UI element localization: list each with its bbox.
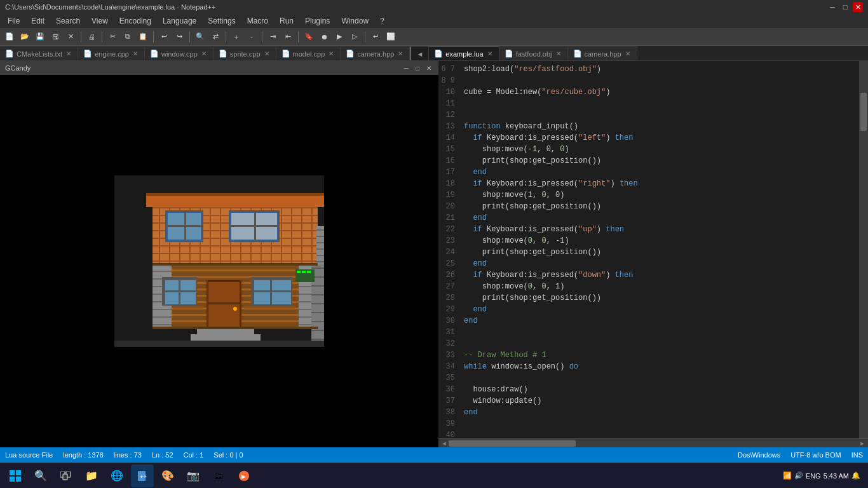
menu-help[interactable]: ? xyxy=(375,15,390,27)
lines-label: lines : 73 xyxy=(114,451,142,459)
save-all-button[interactable]: 🖫 xyxy=(48,30,62,44)
indent-button[interactable]: ⇥ xyxy=(266,30,280,44)
tab-model-cpp[interactable]: 📄 model.cpp ✕ xyxy=(276,46,341,60)
tab-label-engine: engine.cpp xyxy=(95,50,129,58)
zoom-in-button[interactable]: + xyxy=(229,30,243,44)
tab-label-camera: camera.hpp xyxy=(357,50,394,58)
maximize-button[interactable]: □ xyxy=(840,2,850,12)
tab-camera-hpp[interactable]: 📄 camera.hpp ✕ xyxy=(341,46,410,60)
tab-close-engine[interactable]: ✕ xyxy=(132,50,139,58)
volume-icon[interactable]: 🔊 xyxy=(794,471,803,480)
network-icon[interactable]: 📶 xyxy=(783,471,792,480)
left-panel-max[interactable]: □ xyxy=(413,64,422,72)
cut-button[interactable]: ✂ xyxy=(105,30,119,44)
tab-close-sprite[interactable]: ✕ xyxy=(263,50,271,58)
paste-button[interactable]: 📋 xyxy=(136,30,150,44)
toolbar-sep-5 xyxy=(226,31,226,43)
lang-label[interactable]: ENG xyxy=(806,472,821,480)
titlebar: C:\Users\Sid\Documents\code\Lua\engine\e… xyxy=(0,0,868,14)
tab-engine-cpp[interactable]: 📄 engine.cpp ✕ xyxy=(78,46,145,60)
scroll-right-code-icon[interactable]: ► xyxy=(858,439,867,448)
menu-language[interactable]: Language xyxy=(158,15,201,27)
toolbar-sep-4 xyxy=(189,31,190,43)
menu-run[interactable]: Run xyxy=(275,15,299,27)
menu-window[interactable]: Window xyxy=(336,15,374,27)
transparent-button[interactable]: ⬜ xyxy=(384,30,398,44)
menubar: File Edit Search View Encoding Language … xyxy=(0,14,868,28)
taskbar-explorer[interactable]: 📁 xyxy=(80,464,103,487)
macro-rec-button[interactable]: ⏺ xyxy=(317,30,331,44)
tab-icon-camera2: 📄 xyxy=(573,50,582,58)
tab-icon-fastfood: 📄 xyxy=(505,50,513,58)
minimize-button[interactable]: ─ xyxy=(827,2,837,12)
menu-file[interactable]: File xyxy=(3,15,25,27)
tab-close-window[interactable]: ✕ xyxy=(200,50,208,58)
tab-window-cpp[interactable]: 📄 window.cpp ✕ xyxy=(145,46,214,60)
taskbar-right: 📶 🔊 ENG 5:43 AM 🔔 xyxy=(783,471,865,480)
tab-sprite-cpp[interactable]: 📄 sprite.cpp ✕ xyxy=(214,46,276,60)
tab-close-example[interactable]: ✕ xyxy=(486,50,494,58)
tab-cmakelists[interactable]: 📄 CMakeLists.txt ✕ xyxy=(0,46,78,60)
taskbar-camera[interactable]: 📷 xyxy=(182,464,205,487)
bookmark-button[interactable]: 🔖 xyxy=(302,30,316,44)
toolbar-sep-1 xyxy=(81,31,81,43)
undo-button[interactable]: ↩ xyxy=(157,30,171,44)
code-area[interactable]: 6 7 8 9 10 11 12 13 14 15 16 17 18 19 20… xyxy=(438,61,868,438)
taskbar-files[interactable]: 🗂 xyxy=(207,464,230,487)
notification-icon[interactable]: 🔔 xyxy=(851,471,860,480)
hscroll[interactable]: ◄ ► xyxy=(438,438,868,447)
close-file-button[interactable]: ✕ xyxy=(64,30,78,44)
save-file-button[interactable]: 💾 xyxy=(33,30,47,44)
new-file-button[interactable]: 📄 xyxy=(3,30,17,44)
menu-plugins[interactable]: Plugins xyxy=(300,15,335,27)
taskbar: 🔍 📁 🌐 ++ 🎨 📷 🗂 ▶ 📶 🔊 ENG 5:43 AM 🔔 xyxy=(0,463,868,488)
tab-camera-hpp2[interactable]: 📄 camera.hpp ✕ xyxy=(568,46,637,60)
copy-button[interactable]: ⧉ xyxy=(121,30,135,44)
menu-search[interactable]: Search xyxy=(51,15,85,27)
left-panel-close[interactable]: ✕ xyxy=(424,64,433,72)
menu-macro[interactable]: Macro xyxy=(242,15,273,27)
outdent-button[interactable]: ⇤ xyxy=(281,30,295,44)
tab-example-lua[interactable]: 📄 example.lua ✕ xyxy=(429,46,499,60)
tab-fastfood-obj[interactable]: 📄 fastfood.obj ✕ xyxy=(499,46,568,60)
find-button[interactable]: 🔍 xyxy=(193,30,207,44)
toolbar: 📄 📂 💾 🖫 ✕ 🖨 ✂ ⧉ 📋 ↩ ↪ 🔍 ⇄ + - ⇥ ⇤ 🔖 ⏺ ▶ … xyxy=(0,28,868,46)
menu-edit[interactable]: Edit xyxy=(26,15,50,27)
taskbar-search[interactable]: 🔍 xyxy=(29,464,52,487)
vscroll-thumb[interactable] xyxy=(860,93,867,131)
print-button[interactable]: 🖨 xyxy=(85,30,98,44)
left-panel-min[interactable]: ─ xyxy=(402,64,410,72)
replace-button[interactable]: ⇄ xyxy=(208,30,222,44)
time-label: 5:43 AM xyxy=(824,472,849,480)
taskbar-edge[interactable]: 🌐 xyxy=(105,464,128,487)
menu-view[interactable]: View xyxy=(86,15,113,27)
scroll-left-code-icon[interactable]: ◄ xyxy=(440,439,449,448)
wordwrap-button[interactable]: ↵ xyxy=(369,30,383,44)
open-file-button[interactable]: 📂 xyxy=(18,30,32,44)
tab-overflow-arrow[interactable]: ◄ xyxy=(410,46,429,60)
macro-play-button[interactable]: ▶ xyxy=(332,30,346,44)
length-label: length : 1378 xyxy=(63,451,104,459)
tab-close-model[interactable]: ✕ xyxy=(327,50,335,58)
menu-encoding[interactable]: Encoding xyxy=(114,15,156,27)
close-button[interactable]: ✕ xyxy=(853,2,863,12)
svg-rect-6 xyxy=(63,474,67,480)
taskbar-taskview[interactable] xyxy=(55,464,78,487)
run-button[interactable]: ▷ xyxy=(348,30,362,44)
start-button[interactable] xyxy=(3,463,28,489)
hscroll-code-thumb[interactable] xyxy=(449,440,576,447)
redo-button[interactable]: ↪ xyxy=(172,30,186,44)
taskbar-extra1[interactable]: ▶ xyxy=(233,464,255,487)
taskbar-notepadpp[interactable]: ++ xyxy=(131,464,154,487)
tab-close-camera[interactable]: ✕ xyxy=(397,50,404,58)
zoom-out-button[interactable]: - xyxy=(245,30,259,44)
tab-label-window: window.cpp xyxy=(161,50,198,58)
tab-close-camera2[interactable]: ✕ xyxy=(624,50,632,58)
code-content[interactable]: shop2:load("res/fastfood.obj") cube = Mo… xyxy=(464,64,868,438)
dos-label: Dos\Windows xyxy=(738,451,780,459)
tab-close-cmakelists[interactable]: ✕ xyxy=(65,50,72,58)
tab-close-fastfood[interactable]: ✕ xyxy=(555,50,562,58)
menu-settings[interactable]: Settings xyxy=(203,15,240,27)
taskbar-blender[interactable]: 🎨 xyxy=(156,464,179,487)
vscroll-area[interactable] xyxy=(859,61,868,438)
